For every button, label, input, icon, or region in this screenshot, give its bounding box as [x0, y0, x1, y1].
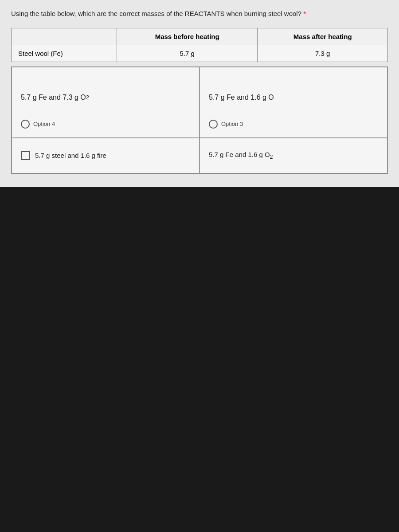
option-3-radio[interactable]	[209, 120, 218, 129]
table-header-empty	[12, 28, 117, 45]
option-3-label: Option 3	[221, 121, 243, 127]
table-header-before: Mass before heating	[117, 28, 258, 45]
option-2-text: 5.7 g Fe and 1.6 g O2	[209, 151, 273, 160]
data-table: Mass before heating Mass after heating S…	[11, 28, 388, 62]
option-4-cell[interactable]: 5.7 g Fe and 7.3 g O2 Option 4	[12, 67, 200, 138]
table-cell-after: 7.3 g	[258, 45, 388, 62]
table-cell-before: 5.7 g	[117, 45, 258, 62]
option-1-cell[interactable]: 5.7 g steel and 1.6 g fire	[12, 138, 200, 173]
option-3-cell[interactable]: 5.7 g Fe and 1.6 g O Option 3	[200, 67, 387, 138]
table-cell-material: Steel wool (Fe)	[12, 45, 117, 62]
option-4-label: Option 4	[33, 121, 55, 127]
option-3-text: 5.7 g Fe and 1.6 g O	[209, 81, 274, 115]
option-1-text: 5.7 g steel and 1.6 g fire	[35, 152, 106, 159]
option-1-checkbox[interactable]	[21, 151, 30, 160]
table-row: Steel wool (Fe) 5.7 g 7.3 g	[12, 45, 388, 62]
option-4-radio[interactable]	[21, 120, 30, 129]
option-2-cell[interactable]: 5.7 g Fe and 1.6 g O2	[200, 138, 387, 173]
options-container: 5.7 g Fe and 7.3 g O2 Option 4 5.7 g Fe …	[11, 66, 388, 174]
option-4-text: 5.7 g Fe and 7.3 g O2	[21, 81, 89, 115]
table-header-after: Mass after heating	[258, 28, 388, 45]
dark-background	[0, 187, 399, 532]
question-text: Using the table below, which are the cor…	[11, 9, 388, 19]
